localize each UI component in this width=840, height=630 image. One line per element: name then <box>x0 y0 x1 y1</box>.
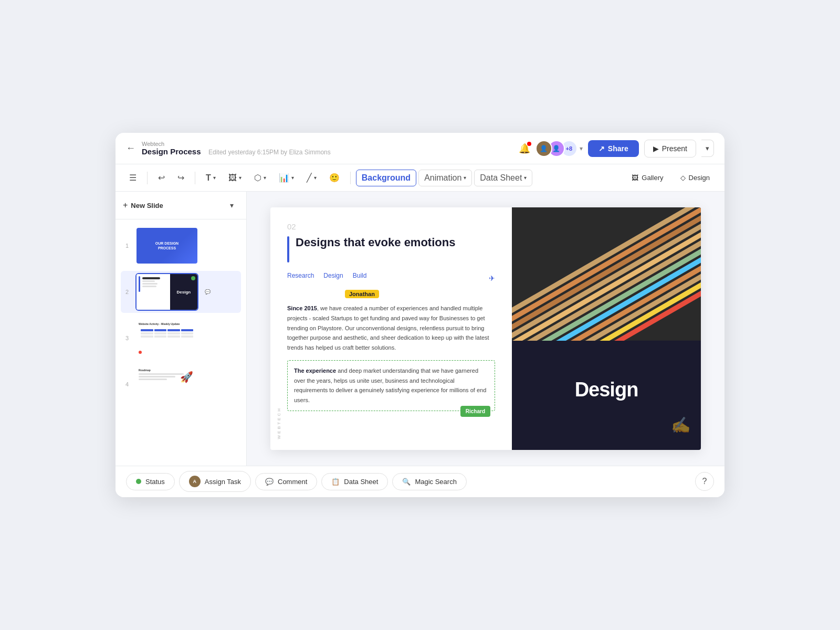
canvas-area: 02 Designs that evoke emotions Research … <box>247 192 724 465</box>
sidebar: + New Slide ▾ 1 OUR DESIGNPROCESS <box>116 192 247 465</box>
avatar-dropdown-button[interactable]: ▾ <box>580 145 583 152</box>
notifications-button[interactable]: 🔔 <box>519 143 530 154</box>
design-word: Design <box>575 379 638 401</box>
toolbar-divider-1 <box>147 172 148 184</box>
pencils-svg <box>512 207 701 341</box>
new-slide-label: New Slide <box>131 202 163 209</box>
back-button[interactable]: ← <box>126 143 135 154</box>
notification-badge <box>527 142 531 146</box>
share-icon: ↗ <box>598 144 605 153</box>
app-window: ← Webtech Design Process Edited yesterda… <box>116 133 724 497</box>
assign-avatar: A <box>189 476 201 487</box>
gallery-icon: 🖼 <box>632 174 638 182</box>
design-mode-button[interactable]: ◇ Design <box>674 171 716 185</box>
chart-chevron: ▾ <box>291 175 294 181</box>
slide-title-row: Designs that evoke emotions <box>287 235 495 262</box>
new-slide-button[interactable]: + New Slide <box>123 201 163 210</box>
present-icon: ▶ <box>653 144 659 153</box>
present-label: Present <box>662 144 687 153</box>
slide-number: 2 <box>123 289 131 295</box>
text-icon: T <box>206 173 211 183</box>
data-sheet-label: Data Sheet <box>344 478 378 486</box>
share-label: Share <box>608 144 628 153</box>
slide-item[interactable]: 3 Website Activity - Weekly Update <box>121 317 241 359</box>
text-button[interactable]: T ▾ <box>201 170 221 186</box>
search-icon: 🔍 <box>402 478 411 486</box>
slide-canvas[interactable]: 02 Designs that evoke emotions Research … <box>270 207 701 449</box>
menu-button[interactable]: ☰ <box>124 170 142 186</box>
comment-label: Comment <box>278 478 307 486</box>
sidebar-options-button[interactable]: ▾ <box>225 198 239 213</box>
present-button[interactable]: ▶ Present <box>644 140 696 158</box>
undo-button[interactable]: ↩ <box>153 170 170 186</box>
data-sheet-button[interactable]: 📋 Data Sheet <box>321 473 388 490</box>
shape-chevron: ▾ <box>264 175 266 181</box>
slide-thumbnail: Website Activity - Weekly Update <box>135 319 198 357</box>
magic-search-button[interactable]: 🔍 Magic Search <box>392 473 466 490</box>
slide-item[interactable]: 2 <box>121 271 241 313</box>
chart-icon: 📊 <box>279 173 289 183</box>
assign-label: Assign Task <box>205 478 241 486</box>
pencil-image <box>512 207 701 341</box>
redo-button[interactable]: ↪ <box>172 170 190 186</box>
magic-search-label: Magic Search <box>415 478 456 486</box>
toolbar-divider-3 <box>350 172 351 184</box>
toolbar: ☰ ↩ ↪ T ▾ 🖼 ▾ ⬡ ▾ 📊 ▾ ╱ ▾ 🙂 Backgroun <box>116 164 724 192</box>
gallery-button[interactable]: 🖼 Gallery <box>625 171 669 185</box>
top-actions: 🔔 👤 👤 +8 ▾ ↗ Share ▶ Present ▾ <box>519 140 714 158</box>
slide-item[interactable]: 4 Roadmap 🚀 <box>121 363 241 405</box>
comment-icon: 💬 <box>205 289 211 295</box>
gallery-label: Gallery <box>642 174 663 182</box>
datasheet-button[interactable]: Data Sheet ▾ <box>474 170 532 186</box>
title-block: Webtech Design Process Edited yesterday … <box>142 141 519 156</box>
slide-nav-row: Research Design Build ✈ <box>287 272 495 285</box>
slide-image-right: Design ✍ <box>512 207 701 449</box>
line-icon: ╱ <box>307 173 312 183</box>
avatar-1: 👤 <box>536 140 552 157</box>
send-icon: ✈ <box>489 274 495 282</box>
bottom-bar: Status A Assign Task 💬 Comment 📋 Data Sh… <box>116 466 724 497</box>
comment-button[interactable]: 💬 Comment <box>255 473 317 490</box>
avatar-group: 👤 👤 +8 ▾ <box>536 140 583 157</box>
richard-tag: Richard <box>460 406 490 417</box>
status-label: Status <box>145 478 165 486</box>
hand-icon: ✍ <box>671 416 690 434</box>
main-layout: + New Slide ▾ 1 OUR DESIGNPROCESS <box>116 192 724 465</box>
toolbar-right: 🖼 Gallery ◇ Design <box>625 171 716 185</box>
share-button[interactable]: ↗ Share <box>588 140 639 157</box>
assign-task-button[interactable]: A Assign Task <box>179 471 251 492</box>
status-dot <box>136 479 141 484</box>
chart-button[interactable]: 📊 ▾ <box>274 170 299 186</box>
line-chevron: ▾ <box>314 175 317 181</box>
nav-link-build[interactable]: Build <box>353 272 367 279</box>
top-bar: ← Webtech Design Process Edited yesterda… <box>116 133 724 164</box>
slide-main-title: Designs that evoke emotions <box>296 235 455 250</box>
slide-body-paragraph: Since 2015, we have created a number of … <box>287 303 495 352</box>
slide-content-left: 02 Designs that evoke emotions Research … <box>270 207 512 449</box>
text-chevron: ▾ <box>213 175 216 181</box>
slide-thumbnail: OUR DESIGNPROCESS <box>135 227 198 265</box>
emoji-button[interactable]: 🙂 <box>324 170 345 186</box>
background-button[interactable]: Background <box>356 170 416 186</box>
animation-chevron: ▾ <box>464 175 466 181</box>
shape-button[interactable]: ⬡ ▾ <box>249 170 271 186</box>
image-icon: 🖼 <box>228 173 237 183</box>
slide-thumbnail: Roadmap 🚀 <box>135 365 198 403</box>
image-button[interactable]: 🖼 ▾ <box>223 170 247 186</box>
project-name: Webtech <box>142 141 519 147</box>
status-button[interactable]: Status <box>126 473 175 490</box>
datasheet-chevron: ▾ <box>524 175 527 181</box>
nav-link-research[interactable]: Research <box>287 272 314 279</box>
slide-thumbnail: Design <box>135 273 198 311</box>
help-button[interactable]: ? <box>695 472 714 491</box>
slide-accent-bar <box>287 236 289 262</box>
rocket-icon: 🚀 <box>180 371 193 383</box>
sidebar-header: + New Slide ▾ <box>116 192 246 219</box>
present-dropdown-button[interactable]: ▾ <box>701 140 714 157</box>
slide-item[interactable]: 1 OUR DESIGNPROCESS <box>121 225 241 267</box>
line-button[interactable]: ╱ ▾ <box>301 170 322 186</box>
emoji-icon: 🙂 <box>329 173 340 183</box>
nav-link-design[interactable]: Design <box>323 272 343 279</box>
animation-button[interactable]: Animation ▾ <box>418 170 472 186</box>
slide-nav-links: Research Design Build <box>287 272 366 279</box>
